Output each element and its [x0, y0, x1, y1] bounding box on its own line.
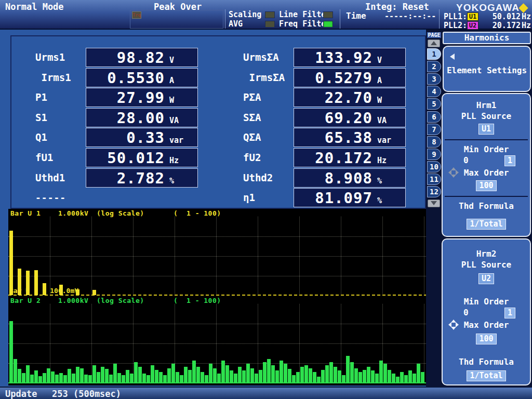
- harmonic-bar-u2: [205, 375, 208, 382]
- measurement-value: 133.92: [297, 49, 373, 66]
- measurement-label: fU1: [35, 152, 53, 163]
- page-tab-9[interactable]: 9: [427, 149, 441, 160]
- hrm2-min-order-value[interactable]: 1: [504, 308, 515, 318]
- hrm1-thd-formula-value[interactable]: 1/Total: [467, 219, 506, 230]
- measurement-label: Uthd1: [35, 172, 65, 183]
- harmonic-bar-u2: [309, 368, 312, 382]
- time-value: -----:--:--: [384, 11, 436, 21]
- harmonic-bar-u2: [151, 365, 154, 382]
- divider: [445, 196, 528, 197]
- hrm1-max-order-value[interactable]: 100: [476, 180, 496, 191]
- harmonic-bar-u2: [342, 375, 345, 382]
- page-tab-4[interactable]: 4: [427, 86, 441, 97]
- harmonic-bar-u2: [408, 370, 412, 382]
- measurement-label: QΣA: [243, 131, 261, 143]
- empty-item-placeholder: -----: [35, 192, 66, 203]
- measurement-label: η1: [243, 192, 255, 203]
- harmonic-bar-u2: [329, 362, 333, 382]
- harmonic-bar-u2: [180, 375, 183, 382]
- measurement-value-box: 2.782%: [86, 168, 198, 188]
- harmonic-bar-u1: [34, 270, 38, 295]
- hrm1-max-order-label: Max Order: [464, 168, 509, 178]
- harmonic-bar-u2: [263, 362, 267, 382]
- page-tab-8[interactable]: 8: [427, 136, 441, 148]
- harmonic-bar-u2: [72, 374, 75, 382]
- page-tab-1[interactable]: 1: [427, 48, 441, 60]
- harmonic-bar-u2: [367, 367, 370, 382]
- harmonic-bar-u2: [250, 368, 254, 382]
- page-tab-10[interactable]: 10: [427, 161, 441, 172]
- harmonic-bar-u2: [346, 356, 350, 382]
- element-settings-label: Element Settings: [444, 47, 530, 75]
- pll1-label: PLL1:: [444, 12, 467, 21]
- harmonic-bar-u2: [284, 364, 287, 382]
- peak-over-cell-trq: Trq: [132, 11, 141, 19]
- harmonic-bar-u2: [63, 375, 67, 382]
- harmonic-bar-u2: [334, 367, 337, 382]
- page-tab-11[interactable]: 11: [427, 174, 441, 185]
- measurement-value: 50.012: [89, 150, 165, 166]
- harmonic-bar-u2: [221, 361, 225, 382]
- chart1-order-range: ( 1 - 100): [174, 209, 221, 217]
- gridline-h: [8, 343, 427, 344]
- chart1-baseline: [8, 295, 427, 296]
- hrm2-max-order-value[interactable]: 100: [476, 334, 496, 344]
- harmonic-bar-u2: [296, 372, 300, 382]
- harmonic-bar-u2: [259, 370, 262, 382]
- measurement-unit: %: [165, 176, 193, 185]
- harmonic-bar-u2: [350, 362, 354, 382]
- menu-title: Harmonics: [443, 32, 531, 44]
- harmonic-bar-charts: Bar U 1 1.000kV (log Scale) ( 1 - 100) B…: [8, 209, 427, 385]
- element-settings-button[interactable]: Element Settings: [443, 46, 531, 92]
- hrm1-pll-source-label: PLL Source: [446, 111, 527, 121]
- harmonic-bar-u2: [76, 367, 79, 382]
- harmonic-bar-u1: [26, 271, 30, 295]
- update-value: 253 (500msec): [52, 389, 121, 399]
- hrm1-pll-source-value[interactable]: U1: [478, 124, 494, 135]
- measurement-value: 28.00: [89, 110, 165, 126]
- back-arrow-icon: [450, 54, 455, 60]
- page-tab-2[interactable]: 2: [427, 61, 441, 72]
- harmonic-bar-u2: [130, 374, 134, 382]
- hrm2-thd-formula-value[interactable]: 1/Total: [467, 370, 506, 381]
- harmonic-bar-u2: [388, 370, 391, 382]
- harmonic-bar-u2: [147, 375, 150, 382]
- harmonic-bar-u2: [201, 372, 204, 382]
- hrm1-min-order-value[interactable]: 1: [504, 155, 515, 166]
- measurement-label: UrmsΣA: [243, 51, 279, 63]
- measurement-value-box: 0.5279A: [294, 68, 406, 87]
- gridline-h: [8, 256, 427, 257]
- pll2-label: PLL2:: [444, 21, 467, 30]
- harmonic-bar-u2: [396, 377, 400, 382]
- measurement-label: Q1: [35, 131, 47, 143]
- harmonic-bar-u2: [400, 372, 404, 382]
- scaling-label: Scaling: [229, 10, 261, 19]
- harmonic-bar-u2: [134, 362, 138, 382]
- harmonic-bar-u2: [59, 373, 63, 382]
- harmonic-bar-u2: [113, 364, 117, 382]
- hrm2-pll-source-label: PLL Source: [446, 260, 527, 270]
- page-tab-12[interactable]: 12: [427, 186, 441, 197]
- page-tab-7[interactable]: 7: [427, 124, 441, 135]
- page-tab-6[interactable]: 6: [427, 111, 441, 123]
- page-up-button[interactable]: [428, 39, 440, 47]
- page-down-button[interactable]: [428, 200, 440, 207]
- chart1-scale: 1.000kV: [58, 209, 88, 217]
- harmonic-bar-u2: [421, 372, 424, 382]
- measurement-label: Irms1: [35, 72, 71, 83]
- harmonic-bar-u2: [38, 376, 42, 382]
- chart1-plot-area: Bar U 1 100.0mV: [8, 217, 427, 295]
- line-filter-indicator: [323, 11, 333, 18]
- harmonic-bar-u1: [76, 289, 79, 295]
- harmonic-bar-u2: [138, 367, 142, 382]
- hrm2-pll-source-value[interactable]: U2: [478, 273, 494, 284]
- hrm2-title: Hrm2: [446, 249, 527, 259]
- harmonic-bar-u2: [176, 372, 179, 382]
- measurement-value-box: 50.012Hz: [86, 148, 198, 167]
- page-tab-5[interactable]: 5: [427, 98, 441, 110]
- harmonic-bar-u2: [26, 365, 30, 382]
- page-tab-3[interactable]: 3: [427, 73, 441, 85]
- harmonic-bar-u2: [88, 375, 92, 382]
- harmonic-bar-u2: [317, 377, 321, 382]
- harmonic-bar-u2: [51, 371, 55, 382]
